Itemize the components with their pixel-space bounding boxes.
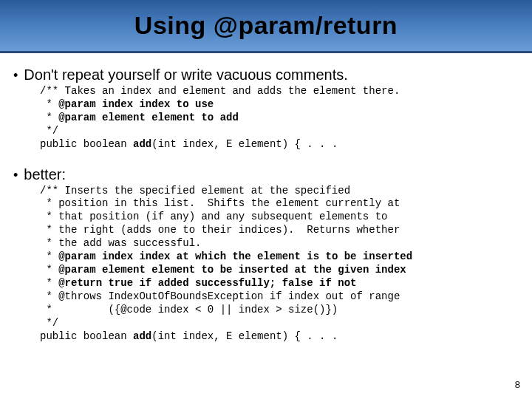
code-bold: @param index index to use — [58, 98, 214, 110]
code-bold: @param element element to be inserted at… — [58, 264, 406, 276]
bullet-2: • better: — [13, 166, 519, 183]
code-line: * ({@code index < 0 || index > size()}) — [40, 304, 338, 316]
code-line: * — [40, 250, 58, 262]
slide-content: • Don't repeat yourself or write vacuous… — [0, 53, 532, 343]
code-bold: add — [133, 138, 151, 150]
code-line: (int index, E element) { . . . — [151, 330, 338, 342]
code-line: * the add was successful. — [40, 237, 201, 249]
code-line: /** Takes an index and element and adds … — [40, 85, 400, 97]
code-line: * the right (adds one to their indices).… — [40, 224, 400, 236]
slide-title: Using @param/return — [134, 11, 398, 40]
code-bold: @return true if added successfully; fals… — [58, 277, 356, 289]
code-line: public boolean — [40, 330, 133, 342]
bullet-1-text: Don't repeat yourself or write vacuous c… — [24, 66, 347, 83]
bullet-1: • Don't repeat yourself or write vacuous… — [13, 66, 519, 83]
bullet-2-text: better: — [24, 166, 66, 183]
slide-container: Using @param/return • Don't repeat yours… — [0, 0, 532, 399]
code-line: * — [40, 112, 58, 123]
code-bold: add — [133, 330, 151, 342]
code-line: * that position (if any) and any subsequ… — [40, 211, 387, 222]
title-bar: Using @param/return — [0, 0, 532, 53]
bullet-dot-icon: • — [13, 69, 18, 82]
code-bold: @param element element to add — [58, 112, 239, 123]
code-line: */ — [40, 317, 58, 329]
code-line: (int index, E element) { . . . — [151, 138, 338, 150]
code-line: * @throws IndexOutOfBoundsException if i… — [40, 290, 400, 302]
code-line: */ — [40, 125, 58, 137]
code-line: * position in this list. Shifts the elem… — [40, 197, 400, 209]
code-line: /** Inserts the specified element at the… — [40, 185, 350, 197]
page-number: 8 — [515, 379, 520, 390]
code-block-bad: /** Takes an index and element and adds … — [40, 85, 519, 151]
code-line: * — [40, 277, 58, 289]
code-line: * — [40, 264, 58, 276]
code-line: public boolean — [40, 138, 133, 150]
code-bold: @param index index at which the element … — [58, 250, 412, 262]
code-block-good: /** Inserts the specified element at the… — [40, 185, 519, 344]
bullet-dot-icon: • — [13, 168, 18, 182]
code-line: * — [40, 98, 58, 110]
